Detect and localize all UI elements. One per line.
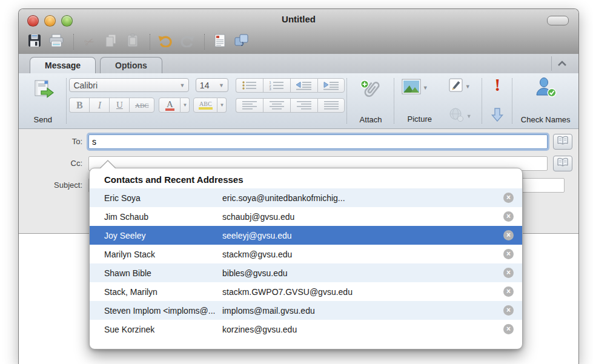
media-browser-icon: ♪	[234, 33, 250, 50]
numbered-list-button[interactable]: 123	[263, 78, 290, 93]
decrease-indent-button[interactable]	[290, 78, 317, 93]
copy-icon	[104, 33, 118, 50]
align-left-button[interactable]	[236, 98, 263, 113]
to-input[interactable]	[88, 134, 548, 149]
priority-group: !	[485, 73, 510, 128]
media-browser-button[interactable]: ♪	[232, 33, 251, 51]
toolbar-divider	[73, 34, 75, 50]
font-name-select[interactable]: Calibri▼	[69, 78, 189, 92]
tab-options[interactable]: Options	[100, 57, 162, 73]
autocomplete-popup: Contacts and Recent Addresses Eric Soya …	[89, 168, 523, 349]
paste-button[interactable]	[123, 33, 142, 51]
send-button[interactable]: Send	[21, 73, 64, 128]
redo-button[interactable]	[177, 33, 197, 51]
contact-email: korzines@gvsu.edu	[222, 325, 503, 334]
remove-contact-button[interactable]: ×	[503, 249, 514, 259]
send-label: Send	[21, 115, 64, 124]
align-right-button[interactable]	[290, 98, 317, 113]
contact-row[interactable]: Eric Soya eric.soya@unitedbankofmichig..…	[90, 188, 522, 207]
font-color-icon: A	[165, 100, 174, 111]
strikethrough-button[interactable]: ABC	[129, 98, 154, 113]
font-name-value: Calibri	[73, 81, 98, 90]
letterhead-icon	[214, 33, 226, 50]
pen-icon	[449, 78, 463, 94]
underline-button[interactable]: U	[109, 98, 129, 113]
font-color-button[interactable]: A	[159, 98, 181, 113]
contact-email: schaubj@gvsu.edu	[222, 212, 503, 222]
tab-message[interactable]: Message	[30, 57, 96, 73]
low-priority-button[interactable]	[491, 107, 504, 125]
contact-row[interactable]: Steven Implom <imploms@... imploms@mail.…	[90, 301, 522, 320]
attach-button[interactable]: Attach	[350, 73, 392, 128]
contact-name: Shawn Bible	[104, 268, 222, 278]
picture-button[interactable]: ▼	[402, 79, 428, 97]
to-label: To:	[19, 134, 82, 150]
check-names-button[interactable]: Check Names	[515, 73, 576, 128]
contact-name: Steven Implom <imploms@...	[104, 306, 222, 316]
justify-button[interactable]	[317, 98, 345, 113]
align-center-button[interactable]	[263, 98, 290, 113]
contact-email: eric.soya@unitedbankofmichig...	[222, 193, 503, 203]
save-icon	[27, 33, 42, 50]
chevron-down-icon: ▼	[179, 82, 185, 88]
remove-contact-button[interactable]: ×	[503, 211, 514, 222]
contact-row[interactable]: Stack, Marilyn stackm.GWPO7.GVSU@gvsu.ed…	[90, 282, 522, 301]
remove-contact-button[interactable]: ×	[503, 286, 514, 297]
font-color-dropdown[interactable]: ▼	[181, 98, 190, 113]
copy-button[interactable]	[101, 33, 121, 51]
remove-contact-button[interactable]: ×	[503, 324, 514, 334]
collapse-ribbon-button[interactable]	[551, 56, 572, 71]
toolbar-toggle-button[interactable]	[547, 16, 569, 25]
window-title: Untitled	[19, 14, 578, 24]
contact-email: seeleyj@gvsu.edu	[222, 231, 503, 240]
contact-row[interactable]: Sue Korzinek korzines@gvsu.edu ×	[90, 320, 522, 339]
svg-text:3: 3	[270, 87, 271, 90]
hyperlink-button[interactable]: ▼	[449, 108, 472, 125]
bulleted-list-button[interactable]	[236, 78, 263, 93]
contact-row[interactable]: Joy Seeley seeleyj@gvsu.edu ×	[90, 226, 522, 245]
remove-contact-button[interactable]: ×	[503, 305, 514, 316]
undo-button[interactable]	[156, 33, 175, 51]
picture-label: Picture	[397, 114, 443, 124]
chevron-down-icon: ▼	[466, 113, 472, 119]
window-chrome: Untitled ✂	[19, 9, 578, 55]
save-button[interactable]	[25, 33, 44, 51]
cc-address-book-button[interactable]	[553, 156, 572, 171]
message-ribbon: Send Calibri▼ 14▼ B I U ABC A ▼ ABC ▼ 12…	[19, 73, 578, 129]
to-address-book-button[interactable]	[553, 134, 572, 150]
italic-button[interactable]: I	[89, 98, 109, 113]
contact-row[interactable]: Marilyn Stack stackm@gvsu.edu ×	[90, 245, 522, 263]
autocomplete-header: Contacts and Recent Addresses	[90, 168, 522, 188]
contact-name: Jim Schaub	[104, 212, 222, 222]
ribbon-divider	[394, 78, 395, 124]
toolbar-divider	[150, 34, 151, 50]
high-priority-button[interactable]: !	[485, 74, 510, 95]
remove-contact-button[interactable]: ×	[503, 268, 514, 278]
highlight-button[interactable]: ABC	[193, 98, 217, 113]
contact-email: imploms@mail.gvsu.edu	[222, 306, 503, 316]
undo-icon	[157, 34, 173, 50]
check-names-icon	[535, 77, 557, 100]
subject-label: Subject:	[19, 177, 82, 193]
increase-indent-button[interactable]	[317, 78, 345, 93]
toolbar-divider	[204, 34, 205, 50]
attach-label: Attach	[350, 115, 392, 124]
signature-button[interactable]: ▼	[449, 78, 471, 94]
print-button[interactable]	[47, 33, 66, 51]
chevron-down-icon: ▼	[423, 85, 428, 91]
cut-button[interactable]: ✂	[79, 33, 99, 51]
attach-icon	[359, 78, 382, 104]
remove-contact-button[interactable]: ×	[503, 230, 514, 240]
letterhead-button[interactable]	[210, 33, 230, 51]
contact-row[interactable]: Shawn Bible bibles@gvsu.edu ×	[90, 263, 522, 282]
font-group: Calibri▼ 14▼ B I U ABC A ▼ ABC ▼	[69, 73, 236, 128]
highlight-dropdown[interactable]: ▼	[217, 98, 227, 113]
address-book-icon	[557, 157, 569, 170]
contact-name: Eric Soya	[104, 193, 222, 203]
remove-contact-button[interactable]: ×	[503, 193, 514, 203]
contact-row[interactable]: Jim Schaub schaubj@gvsu.edu ×	[90, 207, 522, 226]
font-size-select[interactable]: 14▼	[196, 78, 228, 92]
ribbon-divider	[512, 78, 513, 124]
bold-button[interactable]: B	[69, 98, 89, 113]
check-names-label: Check Names	[515, 115, 576, 124]
